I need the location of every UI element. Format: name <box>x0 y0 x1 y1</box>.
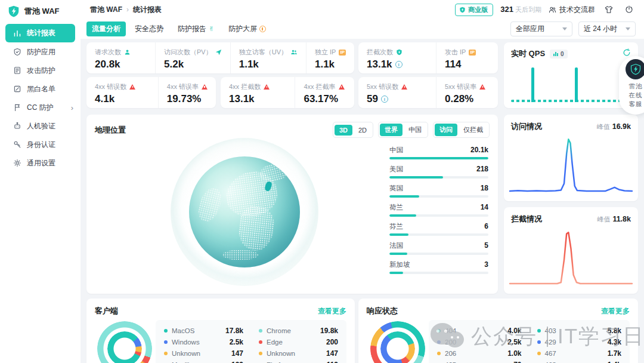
key-icon <box>13 140 21 149</box>
geo-card: 地理位置 3D 2D 世界 中国 访问 仅拦截 <box>86 115 498 294</box>
tshirt-icon <box>605 5 613 14</box>
license-badge[interactable]: 商业版 <box>455 4 493 16</box>
shield-icon <box>396 49 402 56</box>
status-row: 4681.4k <box>537 359 622 363</box>
stat-value: 13.1k <box>229 93 286 105</box>
sidebar-item-label: 人机验证 <box>27 121 55 131</box>
app-filter-select[interactable]: 全部应用 <box>510 21 572 36</box>
status-code: 200 <box>445 339 456 346</box>
globe-3d[interactable] <box>158 137 331 287</box>
community-link[interactable]: 技术交流群 <box>549 5 595 15</box>
status-code: 403 <box>545 327 556 334</box>
clients-more-link[interactable]: 查看更多 <box>318 306 346 316</box>
stat-value: 1.1k <box>239 59 298 70</box>
info-icon[interactable]: i <box>395 61 402 68</box>
toggle-blocks-only[interactable]: 仅拦截 <box>459 124 488 136</box>
stat-pv: 访问次数（PV） 5.2k <box>155 42 230 73</box>
responses-title: 响应状态 <box>367 306 398 316</box>
client-os-row: MacOS17.8k <box>164 325 243 336</box>
status-value: 1.7k <box>608 349 621 358</box>
status-row: 4035.8k <box>537 325 622 336</box>
responses-more-link[interactable]: 查看更多 <box>601 306 630 316</box>
time-range-value: 近 24 小时 <box>584 24 617 34</box>
users-icon <box>290 49 298 56</box>
sidebar-item-attack-protection[interactable]: 攻击防护 <box>0 61 80 79</box>
chevron-down-icon <box>562 27 567 30</box>
toggle-3d[interactable]: 3D <box>335 125 352 136</box>
logout-button[interactable] <box>623 3 636 16</box>
stat-value: 114 <box>445 59 490 70</box>
sidebar-item-label: 防护应用 <box>27 47 55 57</box>
toggle-world[interactable]: 世界 <box>380 124 402 136</box>
refresh-icon <box>623 48 631 57</box>
robot-icon <box>13 122 21 130</box>
sidebar-item-captcha[interactable]: 人机验证 <box>0 117 80 135</box>
license-expiry: 321天后到期 <box>500 5 541 14</box>
country-row: 新加坡3 <box>389 260 488 274</box>
legend-dot <box>537 329 541 333</box>
toggle-china[interactable]: 中国 <box>404 124 426 136</box>
legend-dot <box>164 329 168 333</box>
time-range-select[interactable]: 近 24 小时 <box>578 21 636 36</box>
stat-label: 4xx 拦截数 <box>229 82 261 91</box>
theme-button[interactable] <box>602 3 615 16</box>
country-row: 法国5 <box>389 241 488 255</box>
sidebar-item-statistics[interactable]: 统计报表 <box>5 24 75 42</box>
blocks-card: 拦截情况 峰值11.8k <box>504 207 638 294</box>
globe-landmass <box>196 186 224 224</box>
qps-baseline <box>511 100 631 102</box>
users-icon <box>549 6 556 14</box>
country-name: 芬兰 <box>389 222 403 231</box>
globe-landmass <box>237 205 275 253</box>
app-filter-value: 全部应用 <box>516 24 544 34</box>
client-value: 113 <box>327 361 338 363</box>
country-row: 英国18 <box>389 184 488 198</box>
breadcrumb-separator: › <box>126 5 129 14</box>
geo-region-toggle: 世界 中国 <box>378 122 428 138</box>
flag-icon <box>13 103 21 112</box>
toggle-2d[interactable]: 2D <box>354 125 371 136</box>
stat-label: 4xx 错误率 <box>167 82 199 91</box>
country-value: 6 <box>484 222 488 230</box>
sidebar-item-general-settings[interactable]: 通用设置 <box>0 154 80 172</box>
tab-protection-screen[interactable]: 防护大屏 <box>223 21 271 36</box>
country-name: 美国 <box>389 165 403 174</box>
client-os-row: Mozilla133 <box>164 359 243 363</box>
status-code: 405 <box>445 361 456 363</box>
tab-protection-report[interactable]: 防护报告✌ <box>172 21 219 36</box>
breadcrumb-root[interactable]: 雷池 WAF <box>90 5 122 15</box>
globe-halo <box>171 138 318 286</box>
country-bar <box>389 176 443 179</box>
country-row: 芬兰6 <box>389 222 488 236</box>
chevron-down-icon <box>626 27 630 30</box>
client-value: 133 <box>231 361 243 363</box>
country-value: 5 <box>484 241 488 250</box>
stat-4xx-blocks: 4xx 拦截数 13.1k <box>221 77 295 108</box>
online-support-widget[interactable]: 雷池 在线 客服 <box>619 56 644 115</box>
qps-title: 实时 QPS <box>511 48 545 59</box>
screen-badge-icon <box>259 26 266 32</box>
country-value: 14 <box>481 203 488 211</box>
sidebar-item-black-white-list[interactable]: 黑白名单 <box>0 80 80 98</box>
tab-security-posture[interactable]: 安全态势 <box>129 21 169 36</box>
responses-donut-chart <box>370 321 425 363</box>
info-icon[interactable]: i <box>381 96 388 103</box>
support-text: 客服 <box>622 100 644 109</box>
chevron-right-icon: › <box>71 104 73 112</box>
country-value: 18 <box>481 184 488 192</box>
status-value: 4.3k <box>608 338 621 346</box>
sidebar-item-protected-apps[interactable]: 防护应用 <box>0 43 80 61</box>
sidebar-item-cc-protection[interactable]: CC 防护 › <box>0 99 80 116</box>
peak-label: 峰值 <box>597 123 610 130</box>
tab-traffic-analysis[interactable]: 流量分析 <box>86 21 126 36</box>
toggle-visits[interactable]: 访问 <box>435 124 457 136</box>
legend-dot <box>164 352 168 355</box>
stat-value: 4.1k <box>95 93 150 105</box>
country-value: 218 <box>476 165 488 173</box>
legend-dot <box>259 340 262 344</box>
client-name: Edge <box>267 339 283 346</box>
status-code: 429 <box>545 339 556 346</box>
sidebar-item-authentication[interactable]: 身份认证 <box>0 136 80 153</box>
status-value: 5.8k <box>608 327 621 335</box>
geo-mode-toggle: 访问 仅拦截 <box>433 122 490 138</box>
